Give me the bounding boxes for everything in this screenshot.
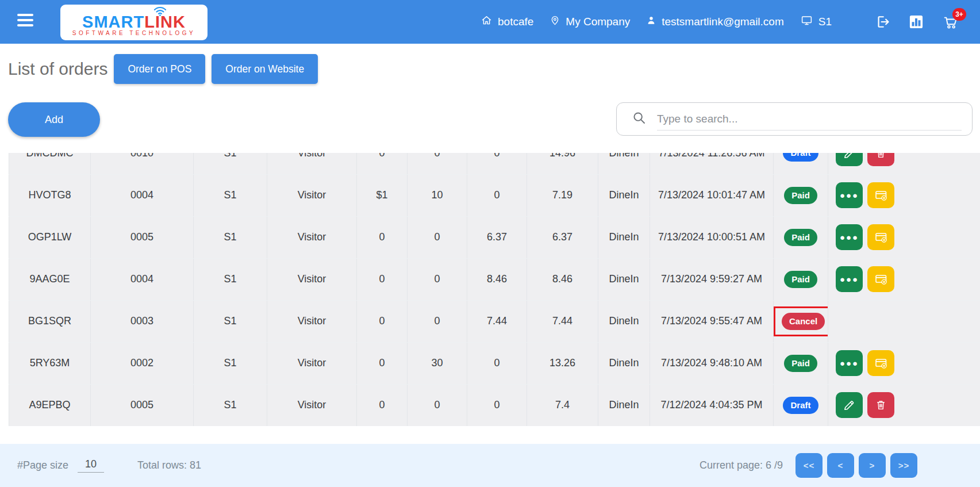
cell-value-2: 0 [408, 300, 467, 342]
cell-order-type: DineIn [598, 216, 650, 258]
cell-datetime: 7/13/2024 9:55:47 AM [650, 300, 774, 342]
cell-order-code: 5RY63M [9, 342, 91, 384]
first-page-button[interactable]: << [795, 453, 823, 478]
menu-icon[interactable] [17, 14, 33, 30]
status-badge: Paid [784, 187, 817, 204]
orders-table: DMCDMC 0010 S1 Visitor 0 0 0 14.96 DineI… [9, 153, 980, 426]
cell-order-number: 0002 [91, 342, 194, 384]
status-badge-wrap: Paid [776, 348, 825, 378]
nav-user[interactable]: testsmartlink@gmail.com [646, 15, 784, 29]
cell-order-code: BG1SQR [9, 300, 91, 342]
home-icon [481, 14, 493, 29]
cell-actions: ●●● [828, 216, 980, 258]
status-badge: Paid [784, 355, 817, 372]
prev-page-button[interactable]: < [827, 453, 854, 478]
table-row: 9AAG0E 0004 S1 Visitor 0 0 8.46 8.46 Din… [9, 258, 980, 300]
cell-customer: Visitor [267, 384, 357, 426]
cell-datetime: 7/13/2024 9:59:27 AM [650, 258, 774, 300]
status-badge: Paid [784, 271, 817, 288]
cell-total: 8.46 [527, 258, 598, 300]
cell-total: 7.19 [527, 174, 598, 216]
cell-customer: Visitor [267, 216, 357, 258]
monitor-icon [800, 14, 813, 29]
cell-value-2: 30 [408, 342, 467, 384]
cell-actions [828, 384, 980, 426]
cell-order-type: DineIn [598, 342, 650, 384]
page-size-label: #Page size [17, 459, 68, 471]
cell-order-type: DineIn [598, 153, 650, 174]
cell-status: Draft [774, 384, 828, 426]
search-input[interactable] [657, 113, 962, 125]
cell-customer: Visitor [267, 174, 357, 216]
reports-chart-icon[interactable] [908, 14, 924, 30]
cell-value-1: 0 [357, 153, 408, 174]
cell-actions: ●●● [828, 342, 980, 384]
delete-button[interactable] [867, 392, 894, 418]
delete-button[interactable] [867, 153, 894, 166]
user-icon [646, 15, 656, 29]
cell-station: S1 [194, 342, 267, 384]
add-button[interactable]: Add [8, 102, 100, 137]
cell-station: S1 [194, 153, 267, 174]
cart-icon[interactable]: 3+ [942, 14, 959, 30]
cell-order-code: HVOTG8 [9, 174, 91, 216]
cell-order-code: OGP1LW [9, 216, 91, 258]
cell-datetime: 7/13/2024 10:00:51 AM [650, 216, 774, 258]
status-badge-wrap: Paid [776, 223, 825, 252]
order-on-website-button[interactable]: Order on Website [212, 54, 318, 84]
cell-order-type: DineIn [598, 384, 650, 426]
table-row: A9EPBQ 0005 S1 Visitor 0 0 0 7.4 DineIn … [9, 384, 980, 426]
cell-value-3: 8.46 [467, 258, 527, 300]
status-badge: Draft [783, 397, 818, 414]
more-actions-button[interactable]: ●●● [836, 224, 863, 250]
wifi-icon [152, 6, 168, 18]
cell-datetime: 7/13/2024 11:26:56 AM [650, 153, 774, 174]
cell-order-type: DineIn [598, 174, 650, 216]
status-badge: Paid [784, 229, 817, 246]
more-actions-button[interactable]: ●●● [836, 182, 863, 208]
orders-tbody: DMCDMC 0010 S1 Visitor 0 0 0 14.96 DineI… [9, 153, 980, 426]
cell-value-3: 6.37 [467, 216, 527, 258]
brand-smart: SMART [82, 13, 144, 31]
cell-value-1: 0 [357, 384, 408, 426]
cell-station: S1 [194, 216, 267, 258]
status-badge: Draft [783, 153, 818, 162]
pagination-footer: #Page size Total rows: 81 Current page: … [0, 444, 980, 487]
edit-button[interactable] [836, 392, 863, 418]
orders-table-container: DMCDMC 0010 S1 Visitor 0 0 0 14.96 DineI… [9, 153, 980, 426]
more-actions-button[interactable]: ●●● [836, 350, 863, 376]
nav-store[interactable]: botcafe [481, 14, 533, 29]
user-email: testsmartlink@gmail.com [662, 16, 784, 28]
card-payment-button[interactable] [867, 266, 894, 292]
status-badge: Cancel [782, 313, 825, 330]
logout-icon[interactable] [874, 14, 890, 30]
card-payment-button[interactable] [867, 350, 894, 376]
cell-order-number: 0005 [91, 384, 194, 426]
cell-total: 7.44 [527, 300, 598, 342]
cell-actions: ●●● [828, 174, 980, 216]
cell-status: Paid [774, 342, 828, 384]
order-on-pos-button[interactable]: Order on POS [114, 54, 205, 84]
cell-station: S1 [194, 258, 267, 300]
status-badge-wrap: Draft [775, 153, 826, 168]
nav-station[interactable]: S1 [800, 14, 832, 29]
cell-datetime: 7/13/2024 9:48:10 AM [650, 342, 774, 384]
cell-value-3: 7.44 [467, 300, 527, 342]
page-title: List of orders [8, 59, 107, 79]
cell-value-1: 0 [357, 342, 408, 384]
cell-total: 6.37 [527, 216, 598, 258]
cell-station: S1 [194, 174, 267, 216]
next-page-button[interactable]: > [859, 453, 886, 478]
card-payment-button[interactable] [867, 182, 894, 208]
card-payment-button[interactable] [867, 224, 894, 250]
last-page-button[interactable]: >> [890, 453, 917, 478]
brand-logo[interactable]: SMARTLINK SOFTWARE TECHNOLOGY [60, 5, 207, 40]
more-actions-button[interactable]: ●●● [836, 266, 863, 292]
page-size-input[interactable] [78, 458, 104, 473]
status-badge-wrap: Draft [775, 390, 826, 420]
cell-order-number: 0004 [91, 174, 194, 216]
nav-company[interactable]: My Company [549, 14, 630, 29]
total-rows-label: Total rows: 81 [137, 459, 201, 471]
cell-datetime: 7/13/2024 10:01:47 AM [650, 174, 774, 216]
edit-button[interactable] [836, 153, 863, 166]
